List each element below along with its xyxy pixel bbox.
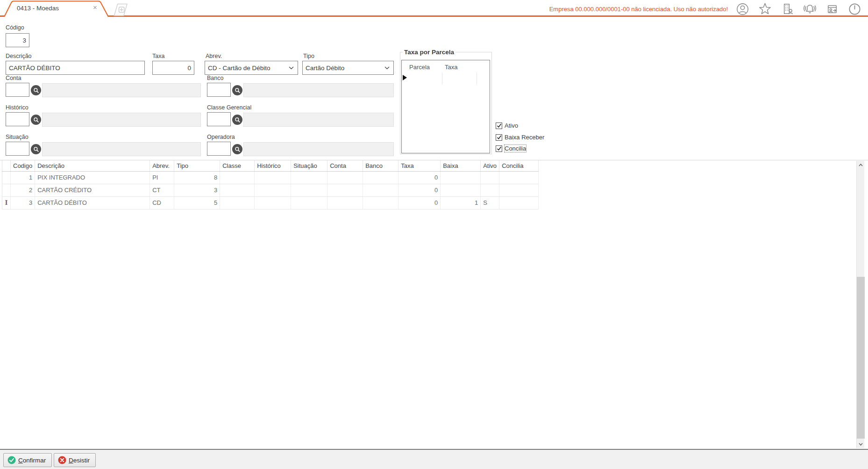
grid-cell-ind[interactable] bbox=[2, 171, 11, 184]
baixa-receber-checkbox[interactable]: Baixa Receber bbox=[496, 134, 544, 141]
grid-col-header-concilia[interactable]: Concilia bbox=[499, 160, 539, 171]
scroll-down-button[interactable] bbox=[857, 440, 865, 448]
concilia-checkbox[interactable]: Concilia bbox=[496, 145, 526, 152]
cancel-button[interactable]: Desistir bbox=[54, 453, 96, 467]
historico-search-button[interactable] bbox=[31, 115, 41, 125]
grid-cell-ind[interactable] bbox=[2, 184, 11, 196]
grid-cell-descricao[interactable]: CARTÃO DÉBITO bbox=[35, 196, 150, 209]
grid-cell-ind[interactable]: I bbox=[2, 196, 11, 209]
historico-code-input[interactable] bbox=[6, 112, 29, 126]
grid-col-header-tipo[interactable]: Tipo bbox=[174, 160, 220, 171]
grid-column-divider bbox=[477, 72, 477, 85]
star-icon[interactable] bbox=[758, 2, 772, 16]
switch-user-icon[interactable] bbox=[825, 2, 840, 16]
descricao-input[interactable] bbox=[6, 61, 145, 75]
codigo-input[interactable] bbox=[6, 33, 29, 47]
situacao-code-input[interactable] bbox=[6, 142, 29, 156]
grid-cell-banco[interactable] bbox=[363, 171, 398, 184]
table-row[interactable]: 1PIX INTEGRADOPI80 bbox=[2, 171, 539, 184]
abrev-select[interactable]: CD - Cartão de Débito bbox=[205, 61, 298, 75]
grid-col-header-banco[interactable]: Banco bbox=[363, 160, 398, 171]
grid-col-header-baixa[interactable]: Baixa bbox=[441, 160, 481, 171]
taxa-input[interactable] bbox=[152, 61, 194, 75]
grid-cell-ativo[interactable] bbox=[481, 171, 499, 184]
grid-cell-taxa[interactable]: 0 bbox=[398, 196, 441, 209]
banco-code-input[interactable] bbox=[207, 83, 231, 97]
grid-cell-banco[interactable] bbox=[363, 196, 398, 209]
grid-cell-historico[interactable] bbox=[255, 184, 291, 196]
notifications-icon[interactable] bbox=[803, 2, 817, 16]
grid-col-header-situacao[interactable]: Situação bbox=[291, 160, 327, 171]
grid-col-header-ativo[interactable]: Ativo bbox=[481, 160, 499, 171]
grid-cell-baixa[interactable]: 1 bbox=[441, 196, 481, 209]
conta-search-button[interactable] bbox=[31, 85, 41, 95]
grid-cell-ativo[interactable] bbox=[481, 184, 499, 196]
grid-cell-tipo[interactable]: 5 bbox=[174, 196, 220, 209]
grid-cell-banco[interactable] bbox=[363, 184, 398, 196]
grid-col-header-descricao[interactable]: Descrição bbox=[35, 160, 150, 171]
grid-col-header-taxa[interactable]: Taxa bbox=[398, 160, 441, 171]
grid-cell-situacao[interactable] bbox=[291, 196, 327, 209]
grid-cell-classe[interactable] bbox=[220, 171, 255, 184]
grid-cell-conta[interactable] bbox=[327, 171, 363, 184]
grid-cell-abrev[interactable]: PI bbox=[150, 171, 174, 184]
grid-cell-taxa[interactable]: 0 bbox=[398, 184, 441, 196]
grid-indicator-header[interactable] bbox=[2, 160, 11, 171]
operadora-code-input[interactable] bbox=[207, 142, 231, 156]
situacao-search-button[interactable] bbox=[31, 144, 41, 154]
grid-cell-descricao[interactable]: CARTÃO CRÉDITO bbox=[35, 184, 150, 196]
cancel-x-icon bbox=[58, 456, 66, 464]
grid-cell-ativo[interactable]: S bbox=[481, 196, 499, 209]
confirm-button[interactable]: Confirmar bbox=[3, 453, 52, 467]
grid-cell-concilia[interactable] bbox=[499, 171, 539, 184]
scrollbar-thumb[interactable] bbox=[857, 277, 865, 439]
banco-label: Banco bbox=[207, 75, 223, 81]
grid-cell-concilia[interactable] bbox=[499, 196, 539, 209]
grid-cell-tipo[interactable]: 8 bbox=[174, 171, 220, 184]
grid-cell-tipo[interactable]: 3 bbox=[174, 184, 220, 196]
grid-cell-conta[interactable] bbox=[327, 196, 363, 209]
power-icon[interactable] bbox=[847, 2, 862, 16]
grid-cell-situacao[interactable] bbox=[291, 171, 327, 184]
grid-col-header-codigo[interactable]: Codigo bbox=[11, 160, 35, 171]
new-tab-button[interactable] bbox=[114, 3, 128, 16]
search-icon bbox=[33, 117, 39, 123]
company-search-icon[interactable] bbox=[780, 2, 795, 16]
grid-col-header-abrev[interactable]: Abrev. bbox=[150, 160, 174, 171]
grid-cell-taxa[interactable]: 0 bbox=[398, 171, 441, 184]
tab-title[interactable]: 0413 - Moedas bbox=[17, 5, 59, 12]
ativo-checkbox[interactable]: Ativo bbox=[496, 122, 518, 129]
vertical-scrollbar[interactable] bbox=[856, 161, 864, 448]
grid-cell-concilia[interactable] bbox=[499, 184, 539, 196]
grid-cell-baixa[interactable] bbox=[441, 184, 481, 196]
grid-cell-codigo[interactable]: 1 bbox=[11, 171, 35, 184]
grid-cell-situacao[interactable] bbox=[291, 184, 327, 196]
ativo-checkbox-label: Ativo bbox=[505, 122, 518, 129]
grid-cell-historico[interactable] bbox=[255, 171, 291, 184]
table-row[interactable]: 2CARTÃO CRÉDITOCT30 bbox=[2, 184, 539, 196]
taxa-por-parcela-grid[interactable]: Parcela Taxa bbox=[401, 60, 490, 153]
grid-cell-codigo[interactable]: 2 bbox=[11, 184, 35, 196]
grid-cell-abrev[interactable]: CT bbox=[150, 184, 174, 196]
grid-cell-codigo[interactable]: 3 bbox=[11, 196, 35, 209]
tab-close-icon[interactable]: × bbox=[93, 4, 97, 11]
user-icon[interactable] bbox=[735, 2, 750, 16]
grid-col-header-historico[interactable]: Histórico bbox=[255, 160, 291, 171]
grid-cell-classe[interactable] bbox=[220, 196, 255, 209]
grid-cell-historico[interactable] bbox=[255, 196, 291, 209]
scroll-up-button[interactable] bbox=[857, 161, 865, 169]
grid-col-header-conta[interactable]: Conta bbox=[327, 160, 363, 171]
tipo-select[interactable]: Cartão Débito bbox=[302, 61, 394, 75]
classe-gerencial-search-button[interactable] bbox=[232, 115, 242, 125]
conta-code-input[interactable] bbox=[6, 83, 29, 97]
operadora-search-button[interactable] bbox=[232, 144, 242, 154]
grid-cell-descricao[interactable]: PIX INTEGRADO bbox=[35, 171, 150, 184]
grid-cell-abrev[interactable]: CD bbox=[150, 196, 174, 209]
grid-cell-conta[interactable] bbox=[327, 184, 363, 196]
grid-cell-classe[interactable] bbox=[220, 184, 255, 196]
table-row[interactable]: I3CARTÃO DÉBITOCD501S bbox=[2, 196, 539, 209]
grid-col-header-classe[interactable]: Classe bbox=[220, 160, 255, 171]
banco-search-button[interactable] bbox=[232, 85, 242, 95]
grid-cell-baixa[interactable] bbox=[441, 171, 481, 184]
classe-gerencial-code-input[interactable] bbox=[207, 112, 231, 126]
